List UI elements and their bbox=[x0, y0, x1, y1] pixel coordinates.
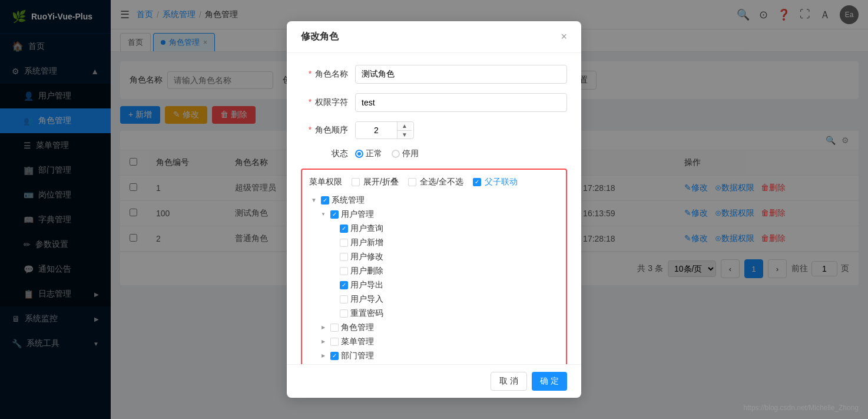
tree-label-user-del: 用户删除 bbox=[350, 266, 383, 276]
select-all-perm-checkbox[interactable] bbox=[408, 178, 416, 186]
form-role-name-label: * 角色名称 bbox=[301, 69, 348, 80]
tree-leaf-reset-pwd: 重置密码 bbox=[328, 306, 559, 321]
tree-label-user-import: 用户导入 bbox=[350, 294, 383, 305]
order-input[interactable] bbox=[356, 122, 397, 138]
modal-overlay[interactable]: 修改角色 × * 角色名称 * 权限字符 bbox=[0, 0, 868, 419]
permission-section: 菜单权限 展开/折叠 全选/全不选 父子联动 bbox=[301, 169, 567, 365]
tree-label-user-query: 用户查询 bbox=[350, 223, 383, 234]
edit-role-modal: 修改角色 × * 角色名称 * 权限字符 bbox=[287, 21, 581, 398]
tree-children-system: ▼ ✓ 用户管理 ✓ 用户查询 bbox=[309, 207, 559, 365]
tree-expand-dept[interactable]: ▶ bbox=[319, 353, 328, 358]
tree-node-system-row: ▼ ✓ 系统管理 bbox=[309, 193, 559, 207]
tree-label-user-mgmt: 用户管理 bbox=[341, 209, 374, 220]
form-perm-label: * 权限字符 bbox=[301, 97, 348, 108]
tree-leaf-user-add: 用户新增 bbox=[328, 236, 559, 250]
radio-disabled-circle bbox=[392, 150, 400, 158]
tree-cb-user-import[interactable] bbox=[340, 295, 348, 303]
form-status-label: 状态 bbox=[301, 149, 348, 159]
required-star3: * bbox=[309, 125, 312, 134]
spin-down-btn[interactable]: ▼ bbox=[397, 130, 412, 138]
form-item-order: * 角色顺序 ▲ ▼ bbox=[301, 121, 567, 139]
tree-expand-user[interactable]: ▼ bbox=[319, 212, 328, 217]
status-radio-group: 正常 停用 bbox=[355, 149, 419, 159]
tree-leaf-user-import: 用户导入 bbox=[328, 292, 559, 306]
modal-title: 修改角色 bbox=[301, 31, 339, 43]
tree-expand-system[interactable]: ▼ bbox=[309, 197, 319, 203]
modal-footer: 取 消 确 定 bbox=[287, 364, 581, 398]
tree-leaf-user-export: ✓ 用户导出 bbox=[328, 278, 559, 292]
tree-label-menu-mgmt: 菜单管理 bbox=[341, 336, 374, 347]
tree-node-role-mgmt-row: ▶ 角色管理 bbox=[319, 321, 559, 335]
radio-normal-circle bbox=[355, 150, 363, 158]
form-item-status: 状态 正常 停用 bbox=[301, 149, 567, 159]
tree-label-reset-pwd: 重置密码 bbox=[350, 308, 383, 319]
modal-close-button[interactable]: × bbox=[561, 31, 567, 43]
tree-node-dept-mgmt-row: ▶ ✓ 部门管理 bbox=[319, 349, 559, 363]
tree-label-user-export: 用户导出 bbox=[350, 280, 383, 291]
tree-cb-user-add[interactable] bbox=[340, 239, 348, 247]
modal-header: 修改角色 × bbox=[287, 21, 581, 53]
tree-node-role-mgmt: ▶ 角色管理 bbox=[319, 321, 559, 335]
tree-node-user-mgmt: ▼ ✓ 用户管理 ✓ 用户查询 bbox=[319, 207, 559, 321]
select-all-label: 全选/全不选 bbox=[420, 177, 463, 187]
tree-node-user-mgmt-row: ▼ ✓ 用户管理 bbox=[319, 207, 559, 222]
parent-link-item[interactable]: 父子联动 bbox=[473, 177, 518, 187]
tree-cb-user-edit[interactable] bbox=[340, 253, 348, 261]
tree-expand-role[interactable]: ▶ bbox=[319, 325, 328, 330]
modal-body: * 角色名称 * 权限字符 * 角色顺序 bbox=[287, 53, 581, 365]
tree-node-dept-mgmt: ▶ ✓ 部门管理 bbox=[319, 349, 559, 363]
tree-cb-dept-mgmt[interactable]: ✓ bbox=[330, 352, 339, 360]
tree-cb-user-del[interactable] bbox=[340, 267, 348, 275]
required-star: * bbox=[309, 69, 312, 78]
spin-up-btn[interactable]: ▲ bbox=[397, 122, 412, 130]
modal-cancel-button[interactable]: 取 消 bbox=[491, 372, 527, 391]
tree-cb-user-mgmt[interactable]: ✓ bbox=[330, 210, 339, 219]
form-item-perm: * 权限字符 bbox=[301, 93, 567, 112]
form-perm-input[interactable] bbox=[355, 93, 567, 112]
form-item-role-name: * 角色名称 bbox=[301, 65, 567, 84]
tree-node-system: ▼ ✓ 系统管理 ▼ ✓ 用户管理 bbox=[309, 193, 559, 365]
tree-leaf-user-edit: 用户修改 bbox=[328, 250, 559, 264]
form-role-name-input[interactable] bbox=[355, 65, 567, 84]
status-normal-radio[interactable]: 正常 bbox=[355, 149, 382, 159]
form-order-label: * 角色顺序 bbox=[301, 125, 348, 136]
status-normal-label: 正常 bbox=[366, 149, 382, 159]
tree-cb-role-mgmt[interactable] bbox=[330, 324, 339, 332]
tree-cb-system[interactable]: ✓ bbox=[321, 196, 329, 204]
permission-header: 菜单权限 展开/折叠 全选/全不选 父子联动 bbox=[309, 177, 559, 187]
modal-ok-button[interactable]: 确 定 bbox=[532, 372, 567, 391]
tree-leaf-user-del: 用户删除 bbox=[328, 264, 559, 278]
required-star2: * bbox=[309, 97, 312, 107]
tree-leaf-user-query: ✓ 用户查询 bbox=[328, 222, 559, 236]
watermark: https://blog.csdn.net/Michelle_Zhong bbox=[744, 404, 859, 412]
parent-link-label: 父子联动 bbox=[485, 177, 518, 187]
status-disabled-radio[interactable]: 停用 bbox=[392, 149, 419, 159]
menu-perm-label: 菜单权限 bbox=[309, 177, 342, 187]
tree-node-menu-mgmt-row: ▶ 菜单管理 bbox=[319, 335, 559, 349]
tree-label-system: 系统管理 bbox=[332, 195, 365, 206]
status-disabled-label: 停用 bbox=[402, 149, 419, 159]
expand-collapse-label: 展开/折叠 bbox=[363, 177, 399, 187]
tree-cb-user-export[interactable]: ✓ bbox=[340, 281, 348, 289]
tree-cb-menu-mgmt[interactable] bbox=[330, 338, 339, 346]
tree-node-menu-mgmt: ▶ 菜单管理 bbox=[319, 335, 559, 349]
permission-tree: ▼ ✓ 系统管理 ▼ ✓ 用户管理 bbox=[309, 193, 559, 365]
tree-children-user-mgmt: ✓ 用户查询 用户新增 bbox=[319, 222, 559, 321]
select-all-item[interactable]: 全选/全不选 bbox=[408, 177, 463, 187]
tree-label-user-add: 用户新增 bbox=[350, 237, 383, 248]
tree-cb-reset-pwd[interactable] bbox=[340, 309, 348, 318]
expand-collapse-item[interactable]: 展开/折叠 bbox=[352, 177, 399, 187]
number-spinner: ▲ ▼ bbox=[397, 122, 412, 138]
order-input-wrap: ▲ ▼ bbox=[355, 121, 414, 139]
tree-label-user-edit: 用户修改 bbox=[350, 252, 383, 262]
parent-link-checkbox[interactable] bbox=[473, 178, 481, 186]
tree-expand-menu[interactable]: ▶ bbox=[319, 339, 328, 344]
tree-cb-user-query[interactable]: ✓ bbox=[340, 225, 348, 233]
tree-label-role-mgmt: 角色管理 bbox=[341, 322, 374, 333]
tree-label-dept-mgmt: 部门管理 bbox=[341, 351, 374, 361]
expand-collapse-checkbox[interactable] bbox=[352, 178, 360, 186]
